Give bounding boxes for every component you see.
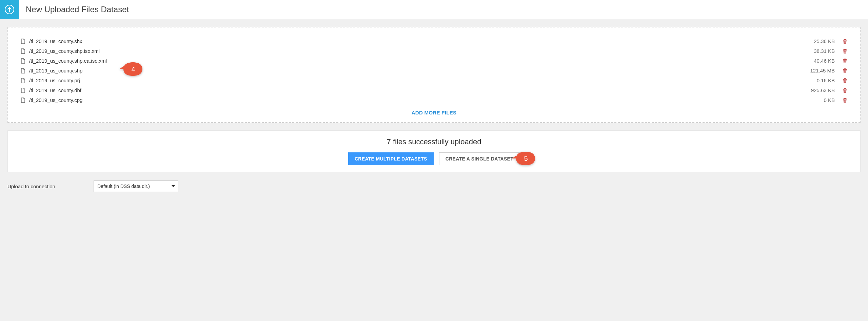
file-row: /tl_2019_us_county.shp.iso.xml 38.31 KB	[20, 46, 848, 56]
upload-connection-select[interactable]: Default (in DSS data dir.)	[94, 180, 178, 192]
trash-icon[interactable]	[842, 58, 848, 64]
action-panel: 7 files successfully uploaded CREATE MUL…	[7, 130, 861, 172]
file-size: 121.45 MB	[810, 68, 835, 73]
trash-icon[interactable]	[842, 48, 848, 54]
create-multiple-datasets-button[interactable]: CREATE MULTIPLE DATASETS	[348, 152, 434, 165]
upload-status: 7 files successfully uploaded	[15, 137, 853, 146]
file-name: /tl_2019_us_county.prj	[29, 78, 817, 83]
file-name: /tl_2019_us_county.shx	[29, 38, 814, 44]
file-icon	[20, 98, 26, 103]
page-body: /tl_2019_us_county.shx 25.36 KB /tl_2019…	[0, 19, 868, 176]
file-size: 40.46 KB	[814, 58, 835, 64]
upload-icon-box	[0, 0, 19, 19]
file-row: /tl_2019_us_county.shp.ea.iso.xml 40.46 …	[20, 56, 848, 66]
file-size: 25.36 KB	[814, 38, 835, 44]
file-icon	[20, 58, 26, 64]
trash-icon[interactable]	[842, 39, 848, 44]
trash-icon[interactable]	[842, 88, 848, 93]
file-name: /tl_2019_us_county.shp	[29, 68, 810, 73]
file-icon	[20, 48, 26, 54]
file-icon	[20, 68, 26, 73]
uploaded-files-dropzone[interactable]: /tl_2019_us_county.shx 25.36 KB /tl_2019…	[7, 27, 861, 123]
upload-connection-label: Upload to connection	[7, 184, 85, 189]
file-name: /tl_2019_us_county.shp.ea.iso.xml	[29, 58, 814, 64]
file-icon	[20, 39, 26, 44]
upload-connection-selected: Default (in DSS data dir.)	[97, 184, 150, 189]
trash-icon[interactable]	[842, 98, 848, 103]
file-name: /tl_2019_us_county.cpg	[29, 97, 824, 103]
trash-icon[interactable]	[842, 68, 848, 73]
file-row: /tl_2019_us_county.shp 121.45 MB 4	[20, 66, 848, 76]
upload-circle-arrow-icon	[4, 4, 15, 15]
file-size: 925.63 KB	[811, 87, 835, 93]
page-title: New Uploaded Files Dataset	[26, 5, 129, 14]
file-name: /tl_2019_us_county.shp.iso.xml	[29, 48, 814, 54]
button-row: CREATE MULTIPLE DATASETS CREATE A SINGLE…	[15, 152, 853, 165]
add-more-files-link[interactable]: ADD MORE FILES	[412, 110, 457, 115]
file-icon	[20, 88, 26, 93]
trash-icon[interactable]	[842, 78, 848, 83]
file-size: 38.31 KB	[814, 48, 835, 54]
file-size: 0 KB	[824, 97, 835, 103]
file-icon	[20, 78, 26, 83]
create-single-dataset-button[interactable]: CREATE A SINGLE DATASET	[439, 152, 520, 165]
file-row: /tl_2019_us_county.cpg 0 KB	[20, 95, 848, 105]
page-header: New Uploaded Files Dataset	[0, 0, 868, 19]
callout-number: 5	[524, 155, 528, 163]
file-row: /tl_2019_us_county.prj 0.16 KB	[20, 76, 848, 85]
connection-row: Upload to connection Default (in DSS dat…	[0, 176, 868, 192]
file-row: /tl_2019_us_county.dbf 925.63 KB	[20, 85, 848, 95]
add-more-row: ADD MORE FILES	[20, 110, 848, 115]
file-row: /tl_2019_us_county.shx 25.36 KB	[20, 36, 848, 46]
file-size: 0.16 KB	[817, 78, 835, 83]
file-name: /tl_2019_us_county.dbf	[29, 87, 811, 93]
